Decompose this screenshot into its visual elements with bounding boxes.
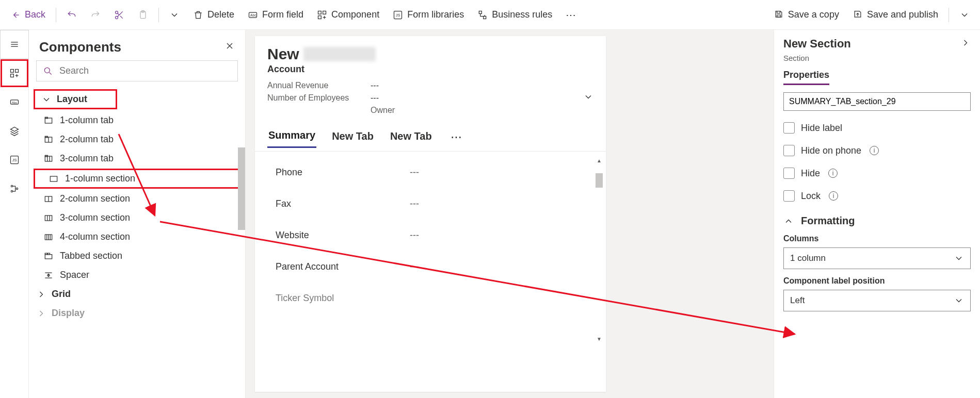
scroll-thumb[interactable] [596, 173, 603, 188]
item-label: 4-column section [60, 231, 130, 242]
field-label: Ticker Symbol [276, 293, 410, 304]
chevron-right-icon [36, 289, 46, 300]
item-label: 2-column tab [60, 134, 114, 145]
checkbox-icon[interactable] [783, 190, 795, 202]
delete-label: Delete [207, 9, 234, 20]
form-field-row[interactable]: Parent Account --- [276, 251, 590, 283]
layout-item-4col-section[interactable]: 4-column section [29, 227, 245, 246]
chevron-right-icon [36, 308, 46, 319]
close-icon [224, 41, 235, 51]
back-button[interactable]: Back [5, 6, 51, 23]
search-input[interactable] [58, 65, 231, 77]
form-field-button[interactable]: Abc Form field [243, 6, 309, 23]
label-position-select[interactable]: Left [783, 290, 971, 311]
form-field-row[interactable]: Fax --- [276, 188, 590, 220]
paste-button[interactable] [133, 7, 153, 23]
redo-button[interactable] [85, 7, 106, 23]
layout-item-1col-section[interactable]: 1-column section [34, 169, 240, 188]
formatting-header[interactable]: Formatting [783, 215, 971, 227]
form-card[interactable]: New Account Annual Revenue --- Number of… [255, 36, 606, 392]
layout-item-3col-section[interactable]: 3-column section [29, 208, 245, 227]
svg-rect-33 [45, 215, 52, 221]
undo-button[interactable] [61, 7, 82, 23]
abc-rail-icon: Abc [9, 97, 20, 107]
checkbox-icon[interactable] [783, 145, 795, 156]
field-value: --- [410, 167, 590, 178]
form-field-row[interactable]: Ticker Symbol [276, 283, 590, 314]
hdr-field-label: Owner [371, 106, 573, 115]
form-libraries-button[interactable]: JS Form libraries [388, 6, 469, 23]
section-name-input[interactable] [783, 92, 971, 111]
header-expand-button[interactable] [583, 92, 593, 104]
chevron-down-icon [954, 295, 964, 306]
chevron-up-icon [783, 216, 794, 226]
panel-scrollbar[interactable] [238, 147, 245, 230]
layout-item-2col-tab[interactable]: 2-column tab [29, 130, 245, 149]
form-field-row[interactable]: Phone --- [276, 157, 590, 188]
check-label: Lock [801, 191, 821, 202]
check-hide-on-phone[interactable]: Hide on phone i [783, 145, 971, 156]
check-hide-label[interactable]: Hide label [783, 122, 971, 134]
form-body-scrollbar[interactable]: ▲ ▼ [596, 157, 603, 342]
delete-button[interactable]: Delete [188, 6, 239, 23]
save-publish-icon [853, 10, 863, 20]
layout-item-2col-section[interactable]: 2-column section [29, 189, 245, 208]
scroll-down-icon[interactable]: ▼ [596, 335, 603, 342]
svg-rect-14 [10, 70, 13, 73]
components-search[interactable] [36, 60, 238, 81]
hdr-field-label: Number of Employees [267, 93, 371, 103]
columns-select[interactable]: 1 column [783, 247, 971, 269]
form-field-icon: Abc [248, 10, 258, 20]
field-label: Parent Account [276, 261, 410, 272]
item-label: 1-column section [65, 173, 135, 184]
flow-rail-icon [9, 184, 20, 194]
rail-js-button[interactable]: JS [0, 145, 29, 174]
props-expand-button[interactable] [960, 38, 971, 50]
group-display-header[interactable]: Display [29, 304, 245, 323]
rail-tree-button[interactable] [0, 117, 29, 145]
save-publish-dropdown[interactable] [954, 7, 975, 23]
checkbox-icon[interactable] [783, 122, 795, 134]
separator [56, 8, 56, 22]
checkbox-icon[interactable] [783, 168, 795, 179]
form-field-row[interactable]: Website --- [276, 220, 590, 251]
info-icon[interactable]: i [828, 169, 838, 178]
save-copy-button[interactable]: Save a copy [768, 6, 844, 23]
rail-formfield-button[interactable]: Abc [0, 88, 29, 117]
section-4col-icon [43, 232, 54, 242]
tab-new-2[interactable]: New Tab [389, 127, 433, 147]
group-grid-header[interactable]: Grid [29, 285, 245, 304]
rail-components-button[interactable] [0, 59, 29, 88]
svg-rect-15 [15, 70, 18, 73]
layout-item-tabbed-section[interactable]: Tabbed section [29, 246, 245, 266]
cut-button[interactable] [109, 7, 130, 23]
layout-item-1col-tab[interactable]: 1-column tab [29, 111, 245, 130]
label-position-value: Left [790, 295, 805, 306]
layout-item-spacer[interactable]: Spacer [29, 266, 245, 285]
toolbar-overflow[interactable]: ⋯ [560, 6, 581, 24]
props-tab-properties[interactable]: Properties [783, 70, 829, 85]
toolbar-chevron[interactable] [164, 7, 185, 23]
tab-new-1[interactable]: New Tab [331, 127, 375, 147]
check-hide[interactable]: Hide i [783, 168, 971, 179]
component-button[interactable]: Component [312, 6, 384, 23]
panel-close-button[interactable] [224, 41, 235, 54]
svg-point-23 [11, 190, 12, 192]
hamburger-button[interactable] [0, 30, 29, 59]
group-layout-header[interactable]: Layout [34, 90, 117, 109]
svg-rect-25 [45, 118, 52, 123]
item-label: 3-column section [60, 212, 130, 223]
layout-item-3col-tab[interactable]: 3-column tab [29, 149, 245, 168]
save-publish-button[interactable]: Save and publish [847, 6, 943, 23]
scroll-up-icon[interactable]: ▲ [596, 157, 603, 164]
tabs-overflow[interactable]: ⋯ [447, 128, 465, 146]
info-icon[interactable]: i [870, 146, 879, 155]
separator [949, 8, 949, 22]
clipboard-icon [138, 10, 148, 20]
business-rules-button[interactable]: Business rules [472, 6, 557, 23]
tab-summary[interactable]: Summary [267, 126, 316, 148]
check-lock[interactable]: Lock i [783, 190, 971, 202]
layers-rail-icon [9, 126, 20, 136]
info-icon[interactable]: i [829, 191, 838, 201]
rail-rules-button[interactable] [0, 174, 29, 203]
